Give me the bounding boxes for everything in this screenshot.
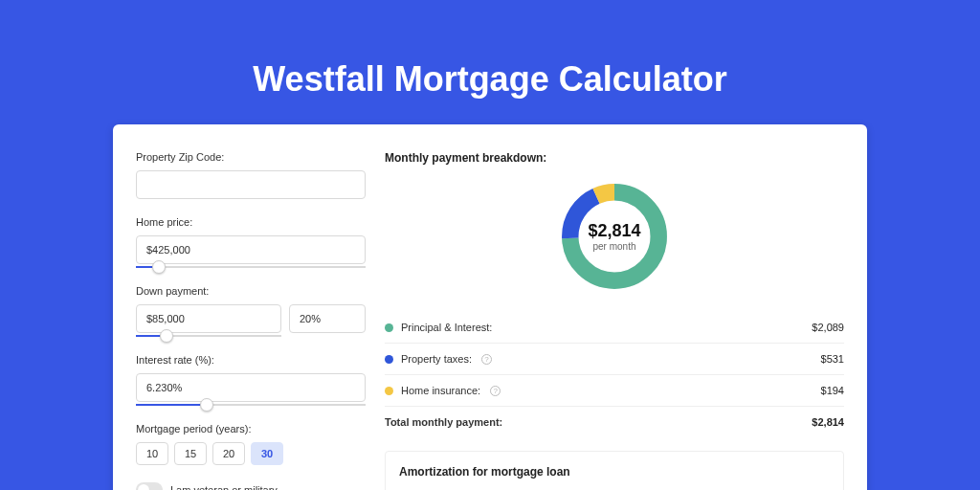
- donut-center-amount: $2,814: [588, 221, 640, 241]
- period-option-10[interactable]: 10: [136, 442, 168, 465]
- interest-rate-input[interactable]: [136, 373, 366, 402]
- legend: Principal & Interest:$2,089Property taxe…: [385, 312, 844, 437]
- home-price-input[interactable]: [136, 235, 366, 264]
- calculator-card: Property Zip Code: Home price: Down paym…: [113, 124, 867, 490]
- breakdown-panel: Monthly payment breakdown: $2,814 per mo…: [385, 151, 844, 490]
- legend-value: $2,089: [812, 322, 844, 333]
- down-payment-label: Down payment:: [136, 285, 366, 297]
- mortgage-period-label: Mortgage period (years):: [136, 423, 366, 434]
- down-percent-input[interactable]: [289, 304, 366, 333]
- interest-rate-slider-fill: [136, 404, 207, 406]
- down-amount-input[interactable]: [136, 304, 281, 333]
- period-option-15[interactable]: 15: [174, 442, 207, 465]
- legend-dot-icon: [385, 355, 393, 364]
- amortization-title: Amortization for mortgage loan: [399, 465, 830, 479]
- veteran-label: I am veteran or military: [170, 484, 278, 490]
- interest-rate-label: Interest rate (%):: [136, 354, 366, 366]
- donut-chart-wrap: $2,814 per month: [385, 172, 844, 312]
- down-payment-field: Down payment:: [136, 285, 366, 337]
- legend-value: $194: [821, 385, 844, 396]
- legend-total-row: Total monthly payment:$2,814: [385, 407, 844, 437]
- amortization-box: Amortization for mortgage loan Amortizat…: [385, 451, 844, 490]
- breakdown-heading: Monthly payment breakdown:: [385, 151, 844, 165]
- veteran-toggle-row: I am veteran or military: [136, 482, 366, 490]
- mortgage-period-options: 10152030: [136, 442, 366, 465]
- interest-rate-slider-thumb[interactable]: [200, 398, 213, 412]
- down-payment-slider[interactable]: [136, 335, 281, 337]
- legend-total-value: $2,814: [812, 416, 844, 428]
- legend-label: Property taxes:: [401, 353, 472, 365]
- home-price-slider-thumb[interactable]: [152, 260, 166, 274]
- zip-field: Property Zip Code:: [136, 151, 366, 199]
- legend-dot-icon: [385, 387, 393, 395]
- interest-rate-field: Interest rate (%):: [136, 354, 366, 406]
- legend-row: Home insurance:?$194: [385, 375, 844, 407]
- home-price-field: Home price:: [136, 216, 366, 268]
- form-panel: Property Zip Code: Home price: Down paym…: [136, 151, 366, 490]
- legend-label: Home insurance:: [401, 385, 480, 396]
- mortgage-period-field: Mortgage period (years): 10152030: [136, 423, 366, 465]
- donut-chart: $2,814 per month: [556, 178, 673, 295]
- legend-row: Principal & Interest:$2,089: [385, 312, 844, 344]
- period-option-30[interactable]: 30: [251, 442, 283, 465]
- home-price-label: Home price:: [136, 216, 366, 228]
- help-icon[interactable]: ?: [481, 354, 492, 365]
- legend-value: $531: [821, 353, 844, 365]
- zip-label: Property Zip Code:: [136, 151, 366, 163]
- legend-row: Property taxes:?$531: [385, 344, 844, 375]
- interest-rate-slider[interactable]: [136, 404, 366, 406]
- legend-total-label: Total monthly payment:: [385, 416, 502, 428]
- page-title: Westfall Mortgage Calculator: [0, 0, 980, 124]
- veteran-toggle[interactable]: [136, 482, 163, 490]
- legend-dot-icon: [385, 323, 393, 332]
- zip-input[interactable]: [136, 170, 366, 199]
- down-payment-slider-thumb[interactable]: [160, 329, 173, 343]
- period-option-20[interactable]: 20: [212, 442, 245, 465]
- legend-label: Principal & Interest:: [401, 322, 492, 333]
- home-price-slider[interactable]: [136, 266, 366, 268]
- help-icon[interactable]: ?: [490, 386, 501, 396]
- donut-center-sub: per month: [592, 241, 635, 252]
